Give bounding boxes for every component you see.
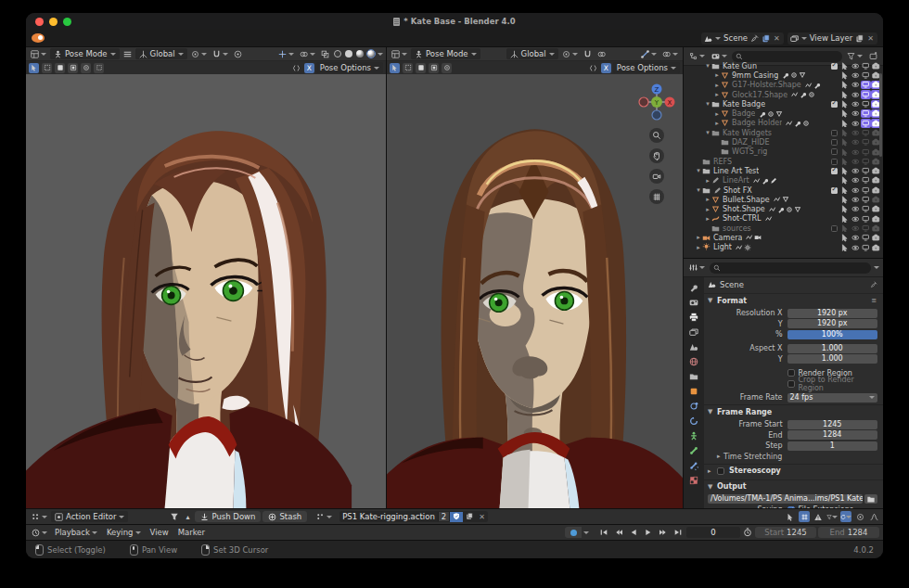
jump-to-end-button[interactable] bbox=[671, 527, 685, 538]
interpolation-dropdown[interactable] bbox=[868, 511, 879, 522]
hide-viewport-toggle[interactable] bbox=[851, 100, 861, 109]
expand-arrow-icon[interactable] bbox=[704, 100, 711, 108]
frame-start-field[interactable]: Start1245 bbox=[755, 527, 816, 538]
view-menu[interactable]: View bbox=[147, 528, 173, 537]
annotate-tool-button[interactable] bbox=[94, 63, 104, 73]
chevron-down-icon[interactable] bbox=[583, 531, 589, 534]
properties-tab[interactable] bbox=[685, 310, 702, 324]
selectable-toggle[interactable] bbox=[840, 100, 851, 109]
panel-header-format[interactable]: ▼Format ≡ bbox=[704, 293, 883, 307]
selectable-toggle[interactable] bbox=[840, 205, 851, 214]
hide-viewport-toggle[interactable] bbox=[851, 234, 861, 243]
selectable-toggle[interactable] bbox=[840, 61, 851, 70]
proportional-edit-toggle[interactable] bbox=[854, 511, 865, 522]
disable-viewport-toggle[interactable] bbox=[861, 185, 871, 195]
expand-arrow-icon[interactable] bbox=[713, 82, 721, 89]
disable-render-toggle[interactable] bbox=[871, 243, 881, 252]
select-circle-tool-button[interactable] bbox=[55, 63, 65, 73]
expand-arrow-icon[interactable] bbox=[704, 177, 711, 185]
playback-menu[interactable]: Playback bbox=[51, 528, 101, 537]
hide-viewport-toggle[interactable] bbox=[851, 128, 861, 137]
outliner-row[interactable]: WGTS_rig bbox=[684, 147, 883, 157]
disable-viewport-toggle[interactable] bbox=[861, 109, 871, 119]
selectable-toggle[interactable] bbox=[840, 81, 851, 90]
selectable-toggle[interactable] bbox=[840, 157, 851, 166]
display-mode-button[interactable] bbox=[710, 51, 729, 62]
hide-viewport-toggle[interactable] bbox=[851, 61, 861, 70]
workspace-tab[interactable] bbox=[229, 42, 244, 46]
selectable-toggle[interactable] bbox=[840, 243, 851, 252]
transform-orientation-dropdown[interactable]: Global bbox=[135, 48, 187, 59]
auto-keying-toggle[interactable] bbox=[565, 527, 582, 538]
workspace-tab[interactable] bbox=[125, 42, 140, 46]
hide-viewport-toggle[interactable] bbox=[851, 119, 861, 128]
hide-viewport-toggle[interactable] bbox=[851, 167, 861, 176]
auto-snap-dropdown[interactable] bbox=[840, 511, 851, 522]
hide-viewport-toggle[interactable] bbox=[851, 71, 861, 81]
expand-arrow-icon[interactable] bbox=[704, 196, 711, 203]
play-reverse-button[interactable] bbox=[626, 527, 640, 538]
properties-tab[interactable] bbox=[685, 384, 702, 398]
pin-icon[interactable] bbox=[750, 34, 759, 43]
next-keyframe-button[interactable] bbox=[656, 527, 670, 538]
selectable-toggle[interactable] bbox=[840, 128, 851, 137]
disable-render-toggle[interactable] bbox=[871, 176, 881, 185]
snap-grid-toggle[interactable] bbox=[799, 511, 810, 522]
disable-viewport-toggle[interactable] bbox=[861, 147, 871, 157]
outliner-row[interactable]: Kate Gun bbox=[684, 61, 883, 70]
collection-exclude-checkbox[interactable] bbox=[831, 225, 838, 232]
hide-viewport-toggle[interactable] bbox=[851, 176, 861, 185]
shading-solid-button[interactable] bbox=[345, 50, 352, 58]
frame-end-field[interactable]: End1284 bbox=[818, 527, 879, 538]
mirror-icon[interactable] bbox=[587, 62, 599, 73]
disable-viewport-toggle[interactable] bbox=[861, 214, 871, 224]
ghost-frames-button[interactable]: ▴ bbox=[182, 511, 193, 522]
view-layer-selector[interactable]: View Layer ✕ bbox=[787, 32, 877, 45]
folder-browse-button[interactable] bbox=[864, 494, 877, 504]
selectable-toggle[interactable] bbox=[840, 119, 851, 128]
properties-tab[interactable] bbox=[685, 414, 702, 428]
current-frame-field[interactable]: 0 bbox=[686, 527, 740, 538]
tweak-tool-button[interactable] bbox=[29, 63, 39, 73]
cursor-tool-button[interactable] bbox=[442, 63, 452, 73]
preview-range-toggle[interactable] bbox=[742, 527, 753, 538]
pose-options-dropdown[interactable]: Pose Options bbox=[316, 62, 383, 73]
disable-render-toggle[interactable] bbox=[871, 196, 881, 205]
expand-arrow-icon[interactable] bbox=[695, 234, 702, 241]
tweak-tool-button[interactable] bbox=[390, 63, 400, 73]
hide-viewport-toggle[interactable] bbox=[851, 224, 861, 233]
expand-arrow-icon[interactable] bbox=[704, 62, 711, 70]
hide-viewport-toggle[interactable] bbox=[851, 147, 861, 157]
disable-viewport-toggle[interactable] bbox=[861, 119, 871, 128]
selectable-toggle[interactable] bbox=[840, 176, 851, 185]
disable-viewport-toggle[interactable] bbox=[861, 61, 871, 70]
workspace-tab[interactable] bbox=[214, 42, 229, 46]
hide-viewport-toggle[interactable] bbox=[851, 109, 861, 119]
mirror-icon[interactable] bbox=[290, 62, 302, 73]
selectable-toggle[interactable] bbox=[840, 224, 851, 233]
disable-viewport-toggle[interactable] bbox=[861, 224, 871, 233]
selectable-toggle[interactable] bbox=[840, 214, 851, 224]
proportional-edit-button[interactable] bbox=[595, 48, 608, 59]
outliner-row[interactable]: Shot.Shape bbox=[684, 204, 883, 213]
keying-menu[interactable]: Keying bbox=[103, 528, 145, 537]
pose-options-dropdown[interactable]: Pose Options bbox=[613, 62, 680, 73]
aspect-y-field[interactable]: 1.000 bbox=[787, 354, 877, 364]
pin-icon[interactable] bbox=[870, 281, 877, 288]
hide-viewport-toggle[interactable] bbox=[851, 205, 861, 214]
new-scene-icon[interactable] bbox=[762, 34, 770, 43]
disable-viewport-toggle[interactable] bbox=[861, 138, 871, 147]
filter-button[interactable] bbox=[845, 51, 864, 62]
hide-viewport-toggle[interactable] bbox=[851, 185, 861, 195]
hide-viewport-toggle[interactable] bbox=[851, 243, 861, 252]
outliner-row[interactable]: Bullet.Shape bbox=[684, 195, 883, 204]
zoom-window-button[interactable] bbox=[63, 18, 71, 26]
disable-render-toggle[interactable] bbox=[871, 167, 881, 176]
frame-rate-dropdown[interactable]: 24 fps bbox=[787, 393, 877, 403]
mode-dropdown[interactable]: Pose Mode bbox=[411, 48, 480, 59]
outliner-row[interactable]: Shot FX bbox=[684, 185, 883, 195]
outliner-scrollbar[interactable] bbox=[879, 73, 882, 157]
pivot-point-button[interactable] bbox=[560, 48, 580, 59]
only-selected-toggle[interactable] bbox=[785, 511, 796, 522]
timeline-editor-type-button[interactable] bbox=[30, 527, 49, 538]
